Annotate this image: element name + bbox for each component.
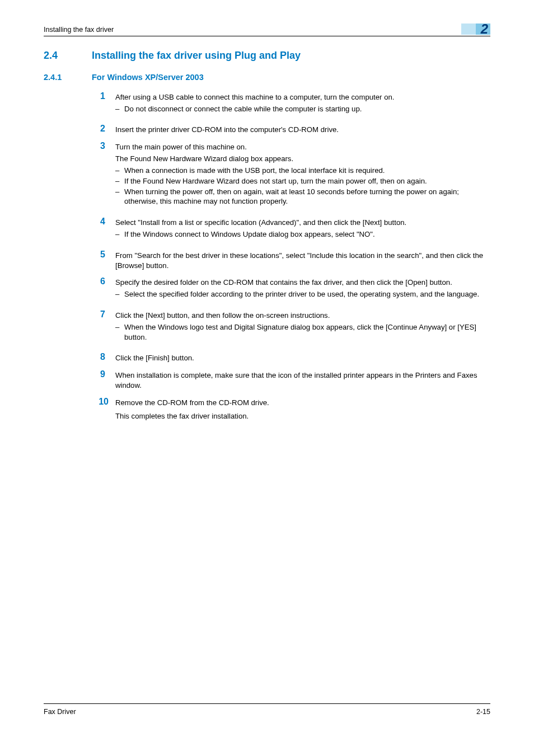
step-body: From "Search for the best driver in thes… — [115, 250, 490, 273]
step-sublist: –If the Windows connect to Windows Updat… — [115, 229, 490, 240]
dash-icon: – — [115, 176, 124, 186]
subsection-number: 2.4.1 — [44, 72, 92, 83]
step-number: 8 — [92, 352, 115, 365]
step-3: 3 Turn the main power of this machine on… — [44, 141, 490, 212]
subsection-title: For Windows XP/Server 2003 — [92, 72, 204, 83]
dash-icon: – — [115, 229, 124, 240]
step-number: 6 — [92, 276, 115, 305]
dash-icon: – — [115, 187, 124, 207]
sub-text: If the Found New Hardware Wizard does no… — [124, 176, 490, 186]
step-body: Click the [Finish] button. — [115, 352, 490, 365]
chapter-badge: 2 — [461, 24, 490, 35]
sub-text: Do not disconnect or connect the cable w… — [124, 104, 490, 114]
sub-item: –When the Windows logo test and Digital … — [115, 322, 490, 342]
step-text: Specify the desired folder on the CD-ROM… — [115, 278, 490, 288]
step-text: When installation is complete, make sure… — [115, 370, 490, 391]
sub-item: –If the Windows connect to Windows Updat… — [115, 229, 490, 240]
step-body: Insert the printer driver CD-ROM into th… — [115, 124, 490, 137]
section-number: 2.4 — [44, 49, 92, 62]
sub-text: When turning the power off, then on agai… — [124, 187, 490, 207]
dash-icon: – — [115, 166, 124, 176]
footer-right: 2-15 — [476, 707, 490, 717]
dash-icon: – — [115, 322, 124, 342]
step-text: After using a USB cable to connect this … — [115, 92, 490, 102]
chapter-number: 2 — [481, 22, 490, 36]
step-number: 3 — [92, 141, 115, 212]
step-row: 9 When installation is complete, make su… — [44, 369, 490, 392]
sub-item: –Select the specified folder according t… — [115, 289, 490, 299]
step-text: Click the [Finish] button. — [115, 353, 490, 363]
step-number: 2 — [92, 124, 115, 137]
section-title: Installing the fax driver using Plug and… — [92, 49, 301, 62]
step-number: 7 — [92, 309, 115, 348]
step-body: After using a USB cable to connect this … — [115, 91, 490, 120]
sub-text: When the Windows logo test and Digital S… — [124, 322, 490, 342]
section-heading: 2.4 Installing the fax driver using Plug… — [44, 49, 490, 62]
step-number: 9 — [92, 369, 115, 392]
sub-item: –If the Found New Hardware Wizard does n… — [115, 176, 490, 186]
step-text: Turn the main power of this machine on. — [115, 142, 490, 152]
step-sublist: –When the Windows logo test and Digital … — [115, 322, 490, 342]
step-6: 6 Specify the desired folder on the CD-R… — [44, 276, 490, 305]
step-body: Turn the main power of this machine on. … — [115, 141, 490, 212]
step-row: 2 Insert the printer driver CD-ROM into … — [44, 124, 490, 137]
step-text-2: The Found New Hardware Wizard dialog box… — [115, 154, 490, 164]
step-row: 8 Click the [Finish] button. — [44, 352, 490, 365]
step-sublist: –Select the specified folder according t… — [115, 289, 490, 299]
step-row: 6 Specify the desired folder on the CD-R… — [44, 276, 490, 305]
subsection-heading: 2.4.1 For Windows XP/Server 2003 — [44, 72, 490, 83]
step-row: 3 Turn the main power of this machine on… — [44, 141, 490, 212]
step-text: From "Search for the best driver in thes… — [115, 251, 490, 271]
step-number: 10 — [92, 397, 115, 423]
step-body: Specify the desired folder on the CD-ROM… — [115, 276, 490, 305]
step-7: 7 Click the [Next] button, and then foll… — [44, 309, 490, 348]
step-text: Remove the CD-ROM from the CD-ROM drive. — [115, 398, 490, 408]
page-header: Installing the fax driver 2 — [44, 24, 490, 36]
step-text: Click the [Next] button, and then follow… — [115, 311, 490, 321]
step-10: 10 Remove the CD-ROM from the CD-ROM dri… — [44, 397, 490, 423]
step-row: 7 Click the [Next] button, and then foll… — [44, 309, 490, 348]
step-1: 1 After using a USB cable to connect thi… — [44, 91, 490, 120]
page-footer: Fax Driver 2-15 — [44, 703, 490, 717]
step-row: 10 Remove the CD-ROM from the CD-ROM dri… — [44, 397, 490, 423]
step-4: 4 Select "Install from a list or specifi… — [44, 217, 490, 245]
step-sublist: –When a connection is made with the USB … — [115, 166, 490, 206]
step-row: 5 From "Search for the best driver in th… — [44, 250, 490, 273]
step-row: 4 Select "Install from a list or specifi… — [44, 217, 490, 245]
dash-icon: – — [115, 289, 124, 299]
sub-item: –Do not disconnect or connect the cable … — [115, 104, 490, 114]
step-row: 1 After using a USB cable to connect thi… — [44, 91, 490, 120]
sub-item: –When a connection is made with the USB … — [115, 166, 490, 176]
step-9: 9 When installation is complete, make su… — [44, 369, 490, 392]
step-sublist: –Do not disconnect or connect the cable … — [115, 104, 490, 114]
step-body: Remove the CD-ROM from the CD-ROM drive.… — [115, 397, 490, 423]
page-content: Installing the fax driver 2 2.4 Installi… — [0, 0, 534, 423]
step-text: Insert the printer driver CD-ROM into th… — [115, 125, 490, 135]
sub-text: Select the specified folder according to… — [124, 289, 490, 299]
step-2: 2 Insert the printer driver CD-ROM into … — [44, 124, 490, 137]
step-number: 5 — [92, 250, 115, 273]
step-8: 8 Click the [Finish] button. — [44, 352, 490, 365]
sub-text: If the Windows connect to Windows Update… — [124, 229, 490, 240]
step-body: Click the [Next] button, and then follow… — [115, 309, 490, 348]
step-number: 1 — [92, 91, 115, 120]
dash-icon: – — [115, 104, 124, 114]
sub-item: –When turning the power off, then on aga… — [115, 187, 490, 207]
step-5: 5 From "Search for the best driver in th… — [44, 250, 490, 273]
sub-text: When a connection is made with the USB p… — [124, 166, 490, 176]
footer-left: Fax Driver — [44, 707, 76, 717]
step-text: Select "Install from a list or specific … — [115, 218, 490, 228]
step-body: Select "Install from a list or specific … — [115, 217, 490, 245]
step-body: When installation is complete, make sure… — [115, 369, 490, 392]
step-number: 4 — [92, 217, 115, 245]
closing-text: This completes the fax driver installati… — [115, 411, 490, 421]
running-title: Installing the fax driver — [44, 25, 114, 35]
